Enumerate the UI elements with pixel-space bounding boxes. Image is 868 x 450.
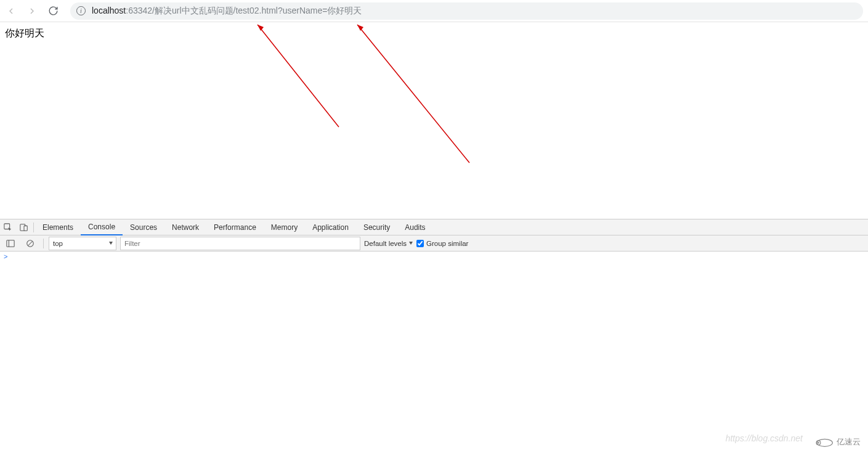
devtools-panel: ElementsConsoleSourcesNetworkPerformance… [0,219,868,450]
console-output[interactable]: > [0,252,868,450]
devtools-tab-sources[interactable]: Sources [123,219,164,235]
context-value: top [53,240,63,247]
svg-rect-7 [7,240,14,247]
console-prompt: > [4,253,7,260]
execution-context-selector[interactable]: top [49,237,116,250]
clear-console-icon[interactable] [22,237,38,250]
device-toolbar-icon[interactable] [16,219,32,235]
devtools-tabbar: ElementsConsoleSourcesNetworkPerformance… [0,219,868,235]
log-level-label: Default levels [364,240,407,247]
forward-button[interactable] [26,5,38,17]
dropdown-triangle-icon [409,242,413,245]
svg-line-2 [357,25,469,163]
svg-rect-6 [24,226,27,231]
devtools-tab-console[interactable]: Console [81,219,123,235]
svg-line-10 [28,241,33,245]
group-similar-label: Group similar [426,240,468,247]
separator [33,223,34,232]
annotation-arrow-2 [352,17,482,171]
reload-button[interactable] [47,5,59,17]
devtools-tab-elements[interactable]: Elements [35,219,81,235]
browser-toolbar: i localhost:63342/解决url中文乱码问题/test02.htm… [0,0,868,22]
devtools-tab-performance[interactable]: Performance [206,219,264,235]
group-similar-checkbox[interactable]: Group similar [416,237,468,250]
info-icon[interactable]: i [76,6,86,15]
separator [43,239,44,248]
page-viewport: 你好明天 [0,22,868,219]
inspect-element-icon[interactable] [0,219,16,235]
url-text: localhost:63342/解决url中文乱码问题/test02.html?… [92,6,362,17]
console-toolbar: top Default levels Group similar [0,235,868,252]
devtools-tab-network[interactable]: Network [164,219,206,235]
group-similar-input[interactable] [416,240,424,247]
log-level-selector[interactable]: Default levels [364,237,413,250]
back-button[interactable] [5,5,17,17]
devtools-tab-memory[interactable]: Memory [264,219,305,235]
devtools-tab-application[interactable]: Application [305,219,356,235]
url-path: :63342/解决url中文乱码问题/test02.html?userName=… [126,6,362,17]
address-bar[interactable]: i localhost:63342/解决url中文乱码问题/test02.htm… [70,2,863,20]
console-filter-input[interactable] [120,237,360,250]
devtools-tab-security[interactable]: Security [356,219,397,235]
page-body-text: 你好明天 [5,27,863,40]
devtools-tab-audits[interactable]: Audits [397,219,432,235]
console-sidebar-toggle-icon[interactable] [2,237,18,250]
devtools-tabs: ElementsConsoleSourcesNetworkPerformance… [35,219,433,235]
url-host: localhost [92,6,126,17]
